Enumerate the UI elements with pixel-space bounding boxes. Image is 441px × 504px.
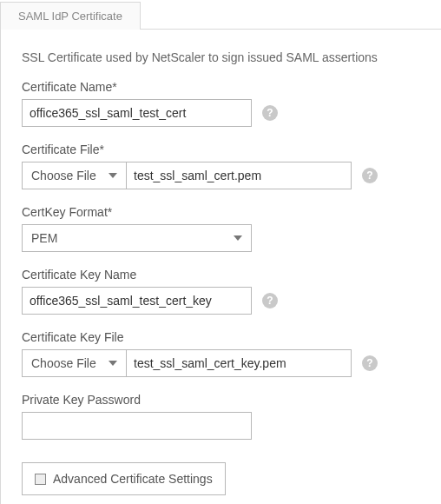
field-certificate-key-file: Certificate Key File Choose File ? xyxy=(22,330,427,377)
field-certkey-format: CertKey Format* PEM xyxy=(22,205,427,252)
tab-row: SAML IdP Certificate xyxy=(0,0,441,30)
checkbox-icon xyxy=(35,474,46,485)
field-certificate-name: Certificate Name* ? xyxy=(22,80,427,127)
advanced-label: Advanced Certificate Settings xyxy=(53,472,213,486)
certkey-format-select[interactable]: PEM xyxy=(22,224,252,252)
advanced-certificate-settings-toggle[interactable]: Advanced Certificate Settings xyxy=(22,462,226,495)
choose-file-label: Choose File xyxy=(31,169,96,182)
choose-file-certificate-button[interactable]: Choose File xyxy=(22,162,126,189)
tab-filler xyxy=(141,2,441,30)
choose-file-certificate-key-button[interactable]: Choose File xyxy=(22,349,126,377)
certificate-key-file-input[interactable] xyxy=(126,349,352,377)
help-icon[interactable]: ? xyxy=(262,105,278,121)
panel-description: SSL Certificate used by NetScaler to sig… xyxy=(22,50,427,64)
label-certkey-format: CertKey Format* xyxy=(22,205,427,219)
tab-label: SAML IdP Certificate xyxy=(18,10,122,23)
certificate-key-name-input[interactable] xyxy=(22,287,252,315)
tab-saml-idp-certificate[interactable]: SAML IdP Certificate xyxy=(0,2,141,30)
help-icon[interactable]: ? xyxy=(262,293,278,308)
choose-file-label: Choose File xyxy=(31,356,96,370)
field-certificate-file: Certificate File* Choose File ? xyxy=(22,143,427,189)
help-icon[interactable]: ? xyxy=(362,168,378,183)
label-certificate-file: Certificate File* xyxy=(22,143,427,156)
help-icon[interactable]: ? xyxy=(362,355,378,371)
chevron-down-icon xyxy=(109,173,117,178)
label-certificate-key-file: Certificate Key File xyxy=(22,330,427,344)
private-key-password-input[interactable] xyxy=(22,412,252,440)
select-value: PEM xyxy=(31,231,57,245)
chevron-down-icon xyxy=(234,235,242,241)
chevron-down-icon xyxy=(109,361,117,366)
label-private-key-password: Private Key Password xyxy=(22,393,427,407)
certificate-name-input[interactable] xyxy=(22,99,252,127)
label-certificate-key-name: Certificate Key Name xyxy=(22,268,427,282)
panel: SSL Certificate used by NetScaler to sig… xyxy=(0,30,441,504)
field-certificate-key-name: Certificate Key Name ? xyxy=(22,268,427,315)
certificate-file-input[interactable] xyxy=(126,162,352,189)
label-certificate-name: Certificate Name* xyxy=(22,80,427,94)
field-private-key-password: Private Key Password xyxy=(22,393,427,440)
